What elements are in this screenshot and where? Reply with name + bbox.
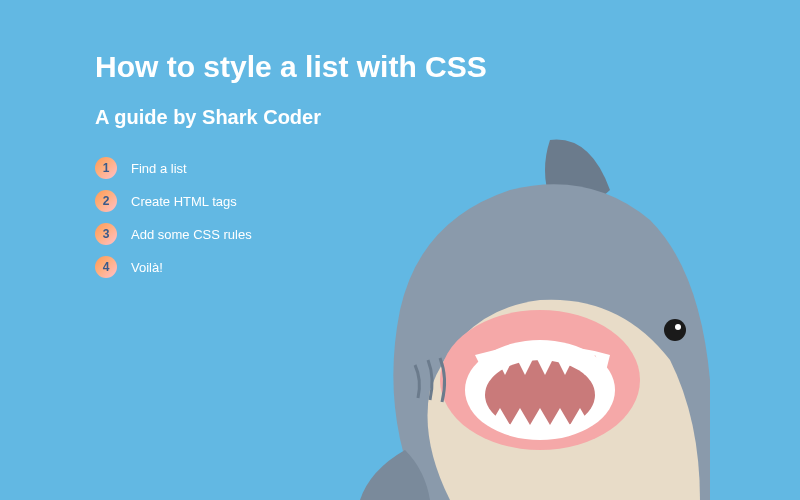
number-badge: 2	[95, 190, 117, 212]
list-item: 3 Add some CSS rules	[95, 223, 705, 245]
list-item-text: Find a list	[131, 161, 187, 176]
list-item-text: Voilà!	[131, 260, 163, 275]
list-item: 2 Create HTML tags	[95, 190, 705, 212]
number-badge: 3	[95, 223, 117, 245]
number-badge: 1	[95, 157, 117, 179]
list-item-text: Create HTML tags	[131, 194, 237, 209]
list-item-text: Add some CSS rules	[131, 227, 252, 242]
content-area: How to style a list with CSS A guide by …	[0, 0, 800, 339]
page-title: How to style a list with CSS	[95, 50, 705, 84]
steps-list: 1 Find a list 2 Create HTML tags 3 Add s…	[95, 157, 705, 278]
list-item: 1 Find a list	[95, 157, 705, 179]
number-badge: 4	[95, 256, 117, 278]
page-subtitle: A guide by Shark Coder	[95, 106, 705, 129]
list-item: 4 Voilà!	[95, 256, 705, 278]
